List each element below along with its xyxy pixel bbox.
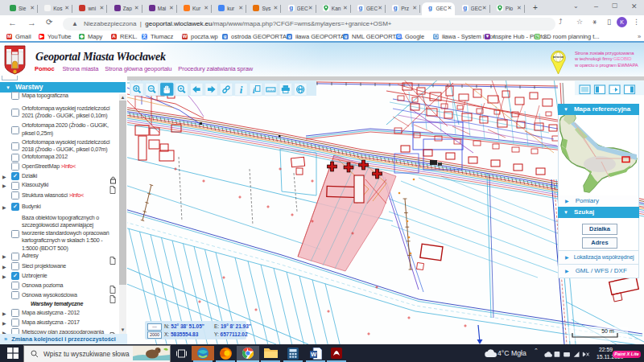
svg-text:i: i [240,84,243,96]
svg-text:W: W [310,351,316,358]
svg-text:GEOBID: GEOBID [554,56,562,60]
svg-text:50 m: 50 m [601,328,614,334]
